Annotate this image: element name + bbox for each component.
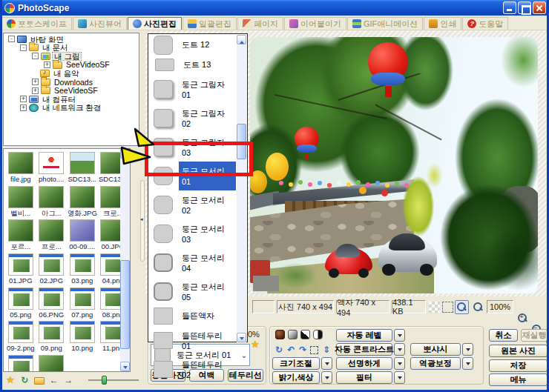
tree-item-computer[interactable]: +내 컴퓨터 <box>4 95 139 104</box>
slider-knob[interactable] <box>102 376 107 385</box>
zoom-fit-pressed[interactable] <box>455 300 469 314</box>
crop-icon[interactable] <box>310 346 318 354</box>
thumbnail[interactable]: 07.png <box>67 287 98 321</box>
back-icon[interactable] <box>49 375 59 385</box>
brightness-color-button[interactable]: 밝기,색상 <box>272 371 320 384</box>
bloom-dropdown-icon[interactable] <box>462 343 473 356</box>
thumbnail[interactable]: 아그... <box>36 185 68 219</box>
filter-dropdown-icon[interactable] <box>394 371 405 384</box>
auto-contrast-button[interactable]: 자동 콘트라스트 <box>336 343 392 356</box>
menu-button[interactable]: 메뉴 <box>489 373 548 386</box>
tab-gif[interactable]: GIF애니메이션 <box>347 17 423 30</box>
tree-expander[interactable]: + <box>32 79 39 85</box>
tree-item-documents[interactable]: -내 문서 <box>4 44 139 53</box>
tree-item-seevideosf2[interactable]: +SeeVideoSF <box>4 87 139 96</box>
frame-option[interactable]: 도트 12 <box>149 35 237 55</box>
frame-list-scrollbar[interactable] <box>237 35 246 342</box>
save-button[interactable]: 저장 <box>489 359 548 372</box>
thumbnail[interactable]: 영화.JPG <box>67 185 98 219</box>
thumbnail[interactable]: 06.PNG <box>36 287 68 321</box>
folder-view-icon[interactable] <box>34 377 45 385</box>
tab-page[interactable]: 페이지 <box>237 17 283 30</box>
tab-batch[interactable]: 일괄편집 <box>183 17 237 30</box>
thumbnail[interactable] <box>5 354 36 372</box>
frame-option[interactable]: 둥근 모서리 03 <box>149 219 237 248</box>
thumbnail[interactable]: 09-2.png <box>5 320 36 354</box>
resize-button[interactable]: 크기조절 <box>272 357 320 370</box>
auto-level-dropdown-icon[interactable] <box>394 329 405 342</box>
tree-expander[interactable]: + <box>20 96 27 102</box>
tree-expander[interactable]: - <box>32 53 39 59</box>
tab-photoscape[interactable]: 포토스케이프 <box>1 17 72 30</box>
vignette-dark-icon[interactable] <box>275 330 285 339</box>
tab-print[interactable]: 인쇄 <box>424 17 461 30</box>
thumbnail[interactable]: photo.... <box>36 151 68 185</box>
favorite-star-icon[interactable]: ★ <box>251 339 260 350</box>
vignette-diagonal-icon[interactable] <box>300 330 310 339</box>
refresh-icon[interactable] <box>20 375 30 385</box>
thumbnail[interactable]: 01.JPG <box>5 253 36 287</box>
bloom-button[interactable]: 뽀샤시 <box>410 343 461 356</box>
thumbnail[interactable]: 포르... <box>5 219 36 253</box>
tree-item-network[interactable]: +내 네트워크 환경 <box>4 104 139 113</box>
resize-dropdown-icon[interactable] <box>321 357 332 370</box>
thumbnail-size-slider[interactable] <box>88 375 139 385</box>
tree-item-desktop[interactable]: -바탕 화면 <box>4 35 139 44</box>
tab-combine[interactable]: 이어붙이기 <box>284 17 346 30</box>
scrollbar-thumb[interactable] <box>120 260 130 349</box>
vignette-gray-icon[interactable] <box>288 330 297 339</box>
thumbnail-scrollbar[interactable] <box>120 149 130 371</box>
tree-item-pictures[interactable]: -내 그림 <box>4 52 139 61</box>
filter-button[interactable]: 필터 <box>336 371 392 384</box>
tree-expander[interactable]: + <box>44 62 50 68</box>
tree-item-music[interactable]: 내 음악 <box>4 69 139 78</box>
forward-icon[interactable] <box>63 375 73 385</box>
thumbnail-selected[interactable]: 00-09.... <box>67 219 98 253</box>
frame-option[interactable]: 둥근 그림자 01 <box>149 75 237 104</box>
frame-option[interactable]: 둥근 모서리 02 <box>149 190 237 219</box>
splitter-grip[interactable] <box>140 180 145 262</box>
original-photo-button[interactable]: 원본 사진 <box>489 345 548 357</box>
auto-level-button[interactable]: 자동 레벨 <box>336 329 392 342</box>
vignette-half-icon[interactable] <box>313 330 323 339</box>
thumbnail[interactable]: 10.png <box>67 320 98 354</box>
auto-contrast-dropdown-icon[interactable] <box>394 343 405 356</box>
tab-viewer[interactable]: 사진뷰어 <box>73 17 127 30</box>
scroll-down-icon[interactable] <box>120 362 130 371</box>
tree-expander[interactable]: - <box>8 36 15 42</box>
frame-option[interactable]: 들뜬테두리 02 <box>149 355 237 384</box>
tab-help[interactable]: 도움말 <box>462 17 508 30</box>
scroll-up-icon[interactable] <box>237 35 246 44</box>
thumbnail[interactable]: 프로... <box>36 219 68 253</box>
rotate-ccw-icon[interactable]: ↶ <box>286 345 296 355</box>
thumbnail[interactable]: 03.png <box>67 253 98 287</box>
thumbnail[interactable]: 벨비... <box>5 185 36 219</box>
transparency-icon[interactable] <box>429 302 440 313</box>
tree-expander[interactable]: + <box>20 104 27 111</box>
favorites-icon[interactable] <box>5 375 16 385</box>
sharpen-button[interactable]: 선명하게 <box>336 357 392 370</box>
thumbnail[interactable]: file.jpg <box>5 151 36 185</box>
frame-option[interactable]: 들뜬테두리 03 <box>149 384 237 392</box>
sharpen-dropdown-icon[interactable] <box>394 357 405 370</box>
fit-window-icon[interactable] <box>442 302 453 313</box>
tree-expander[interactable]: + <box>32 87 39 94</box>
maximize-button[interactable] <box>518 1 531 14</box>
redo-button[interactable]: 재실행 <box>521 329 548 342</box>
panel-splitter[interactable] <box>139 31 145 387</box>
frame-option[interactable]: 둥근 모서리 04 <box>149 248 237 277</box>
backlight-dropdown-icon[interactable] <box>462 357 473 370</box>
scroll-down-icon[interactable] <box>237 333 246 342</box>
thumbnail[interactable]: 02.JPG <box>36 253 68 287</box>
frame-option[interactable]: 들뜬테두리 01 <box>149 326 237 355</box>
resize-vertical-icon[interactable]: ⇕ <box>321 345 332 355</box>
tree-expander[interactable]: - <box>20 44 27 51</box>
zoom-in-icon[interactable]: + <box>517 313 528 324</box>
scroll-up-icon[interactable] <box>120 149 130 159</box>
thumbnail[interactable]: 05.png <box>5 287 36 321</box>
frame-option[interactable]: 도트 13 <box>149 55 237 75</box>
tree-item-downloads[interactable]: +Downloads <box>4 78 139 87</box>
thumbnail[interactable]: SDC13... <box>67 151 98 185</box>
frame-option[interactable]: 둥근 그림자 02 <box>149 104 237 133</box>
tree-item-seevideosf[interactable]: +SeeVideoSF <box>4 61 139 70</box>
